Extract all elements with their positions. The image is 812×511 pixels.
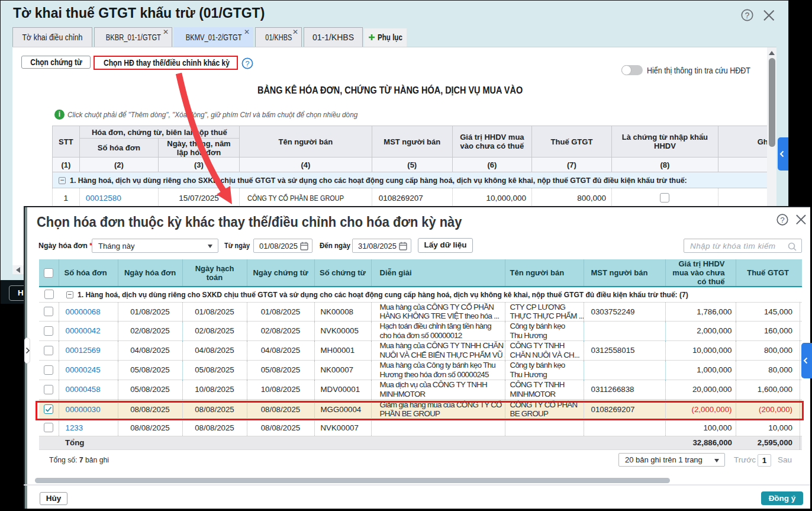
svg-text:?: ? bbox=[780, 216, 785, 224]
svg-text:?: ? bbox=[745, 11, 750, 20]
svg-text:?: ? bbox=[246, 60, 250, 68]
